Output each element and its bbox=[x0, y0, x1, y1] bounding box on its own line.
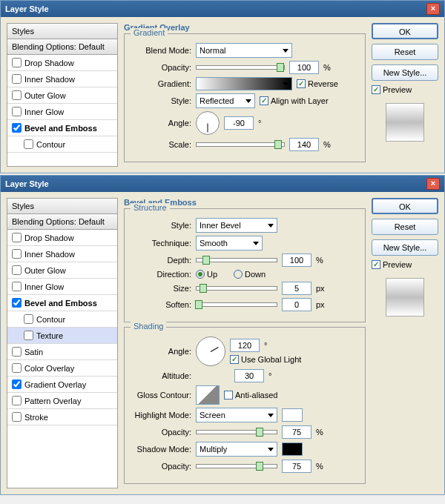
chevron-down-icon bbox=[268, 224, 274, 228]
layer-style-dialog-gradient: Layer Style × Styles Blending Options: D… bbox=[0, 0, 445, 173]
styles-header[interactable]: Styles bbox=[7, 199, 117, 214]
effect-bevel-emboss[interactable]: Bevel and Emboss bbox=[7, 295, 117, 311]
satin-checkbox[interactable] bbox=[12, 347, 22, 357]
hl-opacity-label: Opacity: bbox=[132, 428, 191, 437]
style-label: Style: bbox=[132, 96, 191, 105]
ok-button[interactable]: OK bbox=[372, 23, 438, 39]
effect-gradient-overlay[interactable]: Gradient Overlay bbox=[7, 377, 117, 393]
contour-checkbox[interactable] bbox=[24, 314, 33, 324]
titlebar[interactable]: Layer Style × bbox=[1, 176, 444, 192]
reset-button[interactable]: Reset bbox=[372, 44, 438, 60]
scale-label: Scale: bbox=[132, 140, 191, 149]
effect-inner-glow[interactable]: Inner Glow bbox=[7, 104, 117, 120]
angle-input[interactable]: 120 bbox=[230, 339, 260, 352]
sh-opacity-slider[interactable] bbox=[196, 464, 277, 468]
effect-outer-glow[interactable]: Outer Glow bbox=[7, 87, 117, 104]
dialog-title: Layer Style bbox=[5, 4, 49, 13]
sh-opacity-unit: % bbox=[316, 462, 328, 471]
stroke-checkbox[interactable] bbox=[12, 412, 22, 422]
preview-checkbox[interactable]: ✓Preview bbox=[372, 260, 438, 269]
depth-input[interactable]: 100 bbox=[282, 253, 312, 267]
soften-unit: px bbox=[316, 300, 328, 309]
outer-glow-checkbox[interactable] bbox=[12, 265, 22, 275]
drop-shadow-checkbox[interactable] bbox=[12, 233, 22, 242]
inner-glow-checkbox[interactable] bbox=[12, 107, 22, 116]
styles-header[interactable]: Styles bbox=[7, 24, 117, 39]
altitude-input[interactable]: 30 bbox=[234, 369, 264, 382]
scale-unit: % bbox=[323, 140, 335, 149]
bevel-emboss-checkbox[interactable] bbox=[12, 123, 22, 133]
drop-shadow-checkbox[interactable] bbox=[12, 58, 22, 67]
close-icon[interactable]: × bbox=[426, 3, 440, 15]
anti-aliased-checkbox[interactable]: Anti-aliased bbox=[224, 391, 277, 399]
effect-satin[interactable]: Satin bbox=[7, 344, 117, 360]
reverse-checkbox[interactable]: ✓Reverse bbox=[297, 79, 338, 88]
altitude-label: Altitude: bbox=[132, 371, 191, 380]
color-overlay-checkbox[interactable] bbox=[12, 363, 22, 373]
angle-input[interactable]: -90 bbox=[224, 116, 254, 130]
effect-contour[interactable]: Contour bbox=[7, 311, 117, 328]
sh-opacity-input[interactable]: 75 bbox=[282, 460, 312, 473]
effect-drop-shadow[interactable]: Drop Shadow bbox=[7, 230, 117, 246]
angle-altitude-dial[interactable] bbox=[196, 336, 225, 366]
reset-button[interactable]: Reset bbox=[372, 219, 438, 235]
shadow-color-swatch[interactable] bbox=[282, 442, 303, 456]
bevel-emboss-checkbox[interactable] bbox=[12, 298, 22, 308]
align-checkbox[interactable]: ✓Align with Layer bbox=[260, 96, 329, 105]
effect-drop-shadow[interactable]: Drop Shadow bbox=[7, 55, 117, 71]
soften-slider[interactable] bbox=[196, 302, 277, 307]
effect-pattern-overlay[interactable]: Pattern Overlay bbox=[7, 393, 117, 409]
gloss-contour-picker[interactable] bbox=[196, 385, 220, 405]
opacity-slider[interactable] bbox=[196, 65, 285, 70]
preview-checkbox[interactable]: ✓Preview bbox=[372, 85, 438, 94]
ok-button[interactable]: OK bbox=[372, 198, 438, 214]
style-select[interactable]: Inner Bevel bbox=[196, 218, 277, 233]
effect-texture[interactable]: Texture bbox=[7, 328, 117, 344]
size-input[interactable]: 5 bbox=[282, 282, 312, 295]
direction-up-radio[interactable]: Up bbox=[196, 270, 217, 279]
effect-outer-glow[interactable]: Outer Glow bbox=[7, 262, 117, 279]
style-select[interactable]: Reflected bbox=[196, 93, 255, 108]
hl-opacity-slider[interactable] bbox=[196, 430, 277, 434]
effect-contour[interactable]: Contour bbox=[7, 136, 117, 153]
effect-stroke[interactable]: Stroke bbox=[7, 409, 117, 425]
effect-inner-shadow[interactable]: Inner Shadow bbox=[7, 246, 117, 262]
effect-bevel-emboss[interactable]: Bevel and Emboss bbox=[7, 120, 117, 136]
angle-dial[interactable] bbox=[196, 111, 220, 135]
dialog-title: Layer Style bbox=[5, 179, 49, 188]
texture-checkbox[interactable] bbox=[24, 331, 33, 340]
soften-input[interactable]: 0 bbox=[282, 298, 312, 311]
inner-shadow-checkbox[interactable] bbox=[12, 249, 22, 259]
contour-checkbox[interactable] bbox=[24, 139, 33, 149]
angle-label: Angle: bbox=[132, 119, 191, 127]
opacity-input[interactable]: 100 bbox=[289, 61, 319, 74]
technique-label: Technique: bbox=[132, 239, 191, 248]
technique-select[interactable]: Smooth bbox=[196, 236, 263, 251]
depth-slider[interactable] bbox=[196, 258, 277, 262]
blending-options[interactable]: Blending Options: Default bbox=[7, 39, 117, 55]
gradient-overlay-checkbox[interactable] bbox=[12, 379, 22, 389]
new-style-button[interactable]: New Style... bbox=[372, 64, 438, 81]
close-icon[interactable]: × bbox=[426, 178, 440, 190]
direction-down-radio[interactable]: Down bbox=[234, 270, 266, 279]
effect-color-overlay[interactable]: Color Overlay bbox=[7, 360, 117, 377]
shadow-mode-select[interactable]: Multiply bbox=[196, 442, 277, 457]
blend-mode-select[interactable]: Normal bbox=[196, 43, 292, 58]
pattern-overlay-checkbox[interactable] bbox=[12, 396, 22, 405]
global-light-checkbox[interactable]: ✓Use Global Light bbox=[230, 355, 301, 364]
blending-options[interactable]: Blending Options: Default bbox=[7, 214, 117, 230]
gradient-picker[interactable] bbox=[196, 77, 292, 90]
inner-glow-checkbox[interactable] bbox=[12, 282, 22, 291]
scale-input[interactable]: 140 bbox=[289, 138, 319, 151]
effect-inner-shadow[interactable]: Inner Shadow bbox=[7, 71, 117, 87]
highlight-mode-select[interactable]: Screen bbox=[196, 408, 277, 422]
hl-opacity-input[interactable]: 75 bbox=[282, 425, 312, 439]
outer-glow-checkbox[interactable] bbox=[12, 90, 22, 100]
new-style-button[interactable]: New Style... bbox=[372, 239, 438, 256]
titlebar[interactable]: Layer Style × bbox=[1, 1, 444, 17]
highlight-color-swatch[interactable] bbox=[282, 408, 303, 422]
inner-shadow-checkbox[interactable] bbox=[12, 74, 22, 84]
size-slider[interactable] bbox=[196, 286, 277, 291]
scale-slider[interactable] bbox=[196, 142, 285, 147]
effect-inner-glow[interactable]: Inner Glow bbox=[7, 279, 117, 295]
